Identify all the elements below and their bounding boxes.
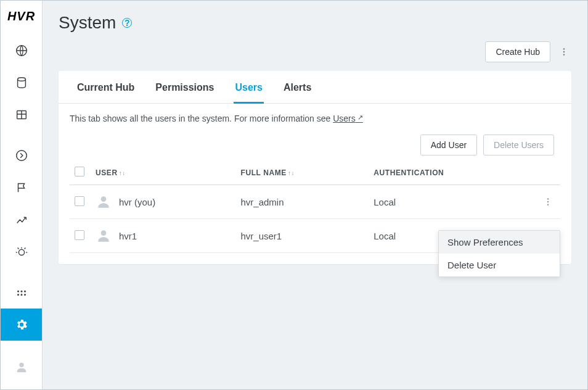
nav-dashboard[interactable]: [1, 35, 42, 67]
avatar-icon: [96, 228, 112, 244]
select-all-checkbox[interactable]: [75, 167, 84, 176]
svg-point-10: [24, 294, 26, 296]
svg-point-18: [547, 204, 549, 205]
svg-point-8: [17, 294, 19, 296]
svg-point-4: [18, 249, 24, 255]
row-context-menu: Show Preferences Delete User: [438, 230, 560, 277]
grid-icon: [15, 108, 28, 122]
dots-grid-icon: [15, 286, 28, 299]
brand-logo: HVR: [7, 1, 35, 35]
nav-settings[interactable]: [1, 309, 42, 341]
svg-point-17: [547, 201, 549, 202]
row-kebab[interactable]: [541, 194, 555, 209]
row-checkbox[interactable]: [75, 230, 84, 240]
nav-flow[interactable]: [1, 139, 42, 172]
main-content: System ? Create Hub Current Hub Permissi…: [43, 1, 587, 389]
col-fullname[interactable]: FULL NAME↑↓: [235, 160, 369, 185]
svg-point-9: [20, 294, 22, 296]
svg-point-11: [19, 363, 23, 367]
bug-icon: [15, 245, 28, 259]
nav-target[interactable]: [1, 236, 42, 268]
user-name: hvr (you): [119, 197, 155, 207]
nav-flag[interactable]: [1, 172, 42, 204]
sidebar-nav: [1, 35, 42, 341]
user-fullname: hvr_user1: [235, 219, 369, 253]
svg-point-13: [563, 51, 565, 52]
svg-point-6: [20, 291, 22, 292]
chart-line-icon: [15, 213, 28, 226]
kebab-icon: [559, 47, 569, 57]
users-card: Current Hub Permissions Users Alerts Thi…: [59, 71, 571, 264]
tab-description: This tab shows all the users in the syst…: [59, 104, 571, 123]
col-user[interactable]: USER↑↓: [91, 160, 235, 185]
sidebar: HVR: [1, 1, 43, 389]
user-auth: Local: [369, 185, 536, 219]
svg-point-5: [17, 291, 19, 292]
database-icon: [15, 76, 28, 89]
page-title: System: [59, 13, 116, 33]
tabs: Current Hub Permissions Users Alerts: [59, 71, 571, 104]
nav-account[interactable]: [1, 351, 42, 383]
tab-alerts[interactable]: Alerts: [282, 82, 312, 104]
user-icon: [15, 360, 28, 374]
nav-more[interactable]: [1, 276, 42, 309]
svg-point-16: [547, 198, 549, 199]
svg-point-15: [101, 196, 107, 202]
col-auth[interactable]: AUTHENTICATION: [369, 160, 536, 185]
table-row: hvr (you) hvr_admin Local: [70, 185, 560, 219]
add-user-button[interactable]: Add User: [420, 135, 477, 156]
help-icon[interactable]: ?: [122, 18, 132, 28]
globe-icon: [15, 44, 28, 57]
nav-table[interactable]: [1, 99, 42, 131]
user-name: hvr1: [119, 231, 137, 241]
user-fullname: hvr_admin: [235, 185, 369, 219]
arrow-circle-icon: [15, 149, 28, 162]
desc-text: This tab shows all the users in the syst…: [70, 114, 333, 123]
tab-users[interactable]: Users: [234, 82, 263, 104]
svg-point-14: [563, 54, 565, 55]
tab-current-hub[interactable]: Current Hub: [76, 82, 136, 104]
tab-permissions[interactable]: Permissions: [154, 82, 215, 104]
create-hub-button[interactable]: Create Hub: [485, 41, 550, 62]
menu-show-preferences[interactable]: Show Preferences: [439, 231, 560, 254]
svg-point-12: [563, 48, 565, 49]
gear-icon: [15, 318, 28, 331]
nav-stats[interactable]: [1, 204, 42, 236]
svg-point-3: [16, 151, 27, 161]
svg-point-19: [101, 230, 107, 236]
page-kebab[interactable]: [557, 44, 571, 59]
sort-icon: ↑↓: [119, 170, 126, 176]
row-checkbox[interactable]: [75, 196, 84, 206]
svg-point-7: [24, 291, 26, 292]
users-doc-link[interactable]: Users ↗: [333, 114, 363, 123]
kebab-icon: [543, 197, 553, 207]
avatar-icon: [96, 194, 112, 210]
external-link-icon: ↗: [356, 114, 363, 121]
menu-delete-user[interactable]: Delete User: [439, 254, 560, 276]
delete-users-button[interactable]: Delete Users: [483, 135, 554, 156]
svg-point-1: [17, 78, 25, 81]
sort-icon: ↑↓: [288, 170, 295, 176]
flag-icon: [15, 181, 28, 194]
nav-database[interactable]: [1, 67, 42, 99]
